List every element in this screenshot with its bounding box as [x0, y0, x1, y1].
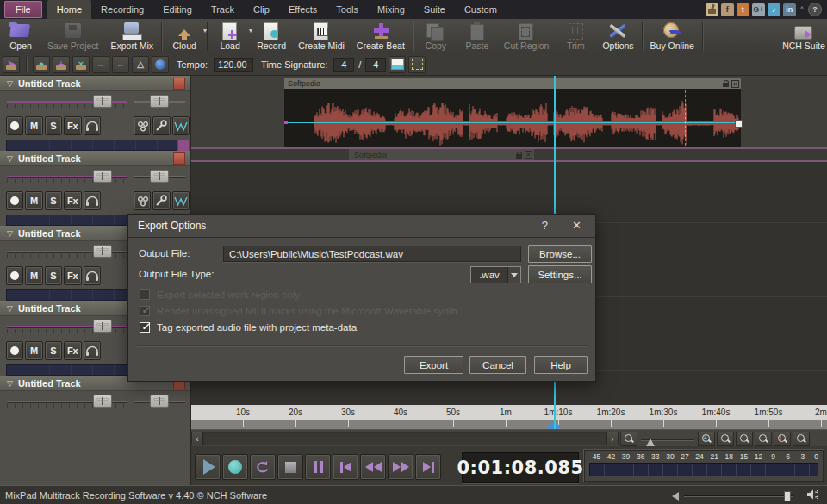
settings-button[interactable]: Settings...	[528, 265, 592, 283]
pan-slider-handle[interactable]	[150, 170, 169, 183]
arm-record-button[interactable]	[6, 191, 23, 210]
like-icon[interactable]	[706, 3, 718, 16]
record-tool-button[interactable]: ●	[33, 56, 50, 73]
dialog-close-button[interactable]: ✕	[572, 219, 581, 232]
split-clip-right-button[interactable]: →	[92, 56, 109, 73]
sync-button[interactable]	[152, 56, 169, 73]
collapse-track-icon[interactable]: ▽	[7, 304, 13, 313]
paste-button[interactable]: Paste	[457, 19, 498, 53]
split-clip-left-button[interactable]: ←	[112, 56, 129, 73]
volume-slider-handle[interactable]	[93, 170, 112, 183]
automation-envelope-button[interactable]	[172, 191, 190, 210]
close-clip-icon[interactable]: ✕	[731, 80, 739, 88]
volume-slider-track[interactable]	[684, 495, 793, 496]
clip-fade-handle[interactable]	[284, 121, 288, 124]
go-to-start-button[interactable]	[333, 454, 358, 480]
file-menu-button[interactable]: File	[4, 1, 42, 18]
pan-slider[interactable]	[134, 165, 185, 189]
track-lane-2-clip-row[interactable]: Softpedia ✕	[191, 149, 827, 160]
collapse-ribbon-icon[interactable]: ^	[800, 5, 804, 14]
output-type-select[interactable]: .wav	[470, 266, 521, 283]
scroll-right-button[interactable]: ›	[606, 432, 619, 445]
tempo-input[interactable]	[214, 58, 253, 72]
twitter-icon[interactable]: t	[737, 3, 749, 16]
fast-forward-button[interactable]	[388, 454, 414, 480]
delete-track-button[interactable]: ×	[72, 56, 90, 73]
zoom-cursor-button[interactable]	[736, 432, 753, 446]
copy-button[interactable]: Copy	[415, 19, 457, 53]
solo-button[interactable]: S	[45, 116, 62, 135]
timeline-tickstrip[interactable]	[191, 420, 827, 429]
zoom-custom-button[interactable]: !	[774, 432, 791, 446]
volume-slider-handle[interactable]	[93, 95, 112, 108]
options-button[interactable]: Options	[596, 19, 639, 53]
output-file-input[interactable]	[223, 246, 521, 262]
record-button[interactable]	[222, 454, 248, 480]
automation-envelope-button[interactable]	[172, 116, 190, 135]
monitor-headphones-button[interactable]	[84, 191, 101, 210]
horizontal-scrollbar[interactable]	[203, 432, 606, 445]
menu-tab-suite[interactable]: Suite	[414, 0, 455, 19]
menu-tab-editing[interactable]: Editing	[153, 0, 202, 19]
checkbox-checked-icon[interactable]: ✓	[140, 322, 150, 333]
collapse-track-icon[interactable]: ▽	[7, 379, 13, 388]
arm-record-button[interactable]	[6, 266, 23, 285]
pan-slider[interactable]	[134, 390, 185, 414]
menu-tab-clip[interactable]: Clip	[244, 0, 279, 19]
volume-slider[interactable]	[7, 90, 127, 114]
record-button[interactable]: Record	[251, 19, 292, 53]
track-header[interactable]: ▽Untitled Track	[0, 76, 190, 91]
collapse-track-icon[interactable]: ▽	[7, 79, 13, 88]
collapse-track-icon[interactable]: ▽	[7, 154, 13, 163]
mute-button[interactable]: M	[25, 191, 42, 210]
zoom-selection-button[interactable]	[717, 432, 734, 446]
menu-tab-home[interactable]: Home	[47, 0, 91, 19]
mixer-button[interactable]	[134, 116, 151, 135]
volume-slider-handle[interactable]	[93, 320, 112, 333]
close-clip-icon[interactable]: ✕	[525, 151, 532, 159]
clip-softpedia-collapsed[interactable]: Softpedia ✕	[349, 149, 534, 160]
fx-button[interactable]: Fx	[64, 191, 81, 210]
track-close-button[interactable]	[173, 152, 185, 165]
lock-icon[interactable]	[723, 80, 729, 87]
fx-button[interactable]: Fx	[64, 266, 81, 285]
scroll-left-button[interactable]: ‹	[191, 432, 203, 445]
go-to-end-button[interactable]	[415, 454, 441, 480]
play-button[interactable]	[195, 454, 221, 480]
time-signature-denominator-input[interactable]	[365, 58, 386, 72]
trim-button[interactable]: Trim	[555, 19, 596, 53]
clip-softpedia[interactable]: Softpedia ✕	[284, 78, 741, 147]
pan-slider-handle[interactable]	[150, 395, 169, 408]
menu-tab-mixing[interactable]: Mixing	[368, 0, 414, 19]
linkedin-icon[interactable]: in	[783, 3, 796, 16]
google-plus-icon[interactable]: G+	[752, 3, 765, 16]
create-beat-button[interactable]: Create Beat	[351, 19, 411, 53]
menu-tab-tools[interactable]: Tools	[326, 0, 368, 19]
pan-slider-handle[interactable]	[150, 95, 169, 108]
clip-header[interactable]: Softpedia ✕	[284, 78, 741, 89]
checkbox-row-3[interactable]: ✓Tag exported audio file with project me…	[140, 321, 357, 333]
loop-button[interactable]	[250, 454, 276, 480]
solo-button[interactable]: S	[45, 191, 62, 210]
solo-button[interactable]: S	[45, 341, 62, 360]
pointer-tool-button[interactable]: ➤	[3, 56, 20, 73]
menu-tab-track[interactable]: Track	[202, 0, 244, 19]
zoom-vertical-button[interactable]	[793, 432, 810, 446]
volume-slider[interactable]	[7, 315, 127, 339]
grid-view-button[interactable]	[408, 56, 426, 73]
master-volume-slider[interactable]	[672, 489, 818, 501]
menu-tab-recording[interactable]: Recording	[91, 0, 153, 19]
zoom-all-button[interactable]	[755, 432, 772, 446]
zoom-out-button[interactable]	[620, 432, 637, 446]
volume-slider-handle[interactable]	[93, 395, 112, 408]
export-button[interactable]: Export	[404, 356, 463, 374]
fx-button[interactable]: Fx	[64, 341, 81, 360]
effects-wrench-button[interactable]	[152, 191, 170, 210]
menu-tab-custom[interactable]: Custom	[455, 0, 507, 19]
dialog-titlebar[interactable]: Export Options ? ✕	[128, 215, 595, 238]
stop-button[interactable]	[277, 454, 303, 480]
cancel-button[interactable]: Cancel	[469, 356, 526, 374]
cut-region-button[interactable]: Cut Region	[498, 19, 556, 53]
dialog-help-button[interactable]: ?	[542, 219, 548, 232]
volume-slider[interactable]	[7, 240, 127, 264]
